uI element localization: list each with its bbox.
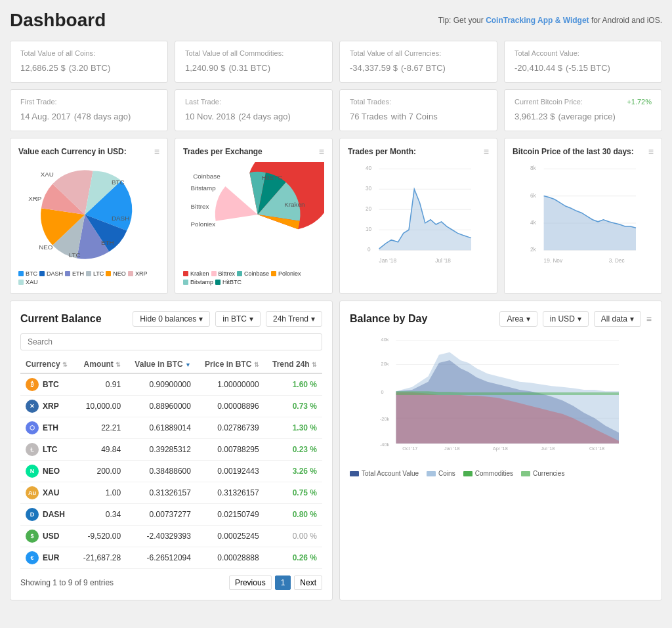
svg-text:BTC: BTC — [112, 178, 125, 186]
pagination: Previous 1 Next — [229, 576, 322, 590]
price-btc-cell: 0.00788295 — [196, 439, 264, 461]
currency-dropdown[interactable]: in BTC ▾ — [215, 311, 261, 327]
svg-text:4k: 4k — [530, 220, 537, 226]
amount-cell: 49.84 — [75, 439, 126, 461]
usd-dropdown[interactable]: in USD ▾ — [543, 311, 589, 327]
chart-menu-icon-2[interactable]: ≡ — [319, 146, 324, 157]
coin-icon: ⬡ — [26, 421, 39, 434]
stat-card-total-trades: Total Trades: 76 Trades with 7 Coins — [339, 89, 497, 131]
currency-cell: € EUR — [20, 547, 75, 569]
chart-menu-icon-4[interactable]: ≡ — [648, 146, 654, 157]
pie-chart-2: Coinbase Bitstamp Bittrex Poloniex Krake… — [183, 162, 324, 267]
balance-chart-menu-icon[interactable]: ≡ — [646, 314, 652, 324]
alldata-dropdown[interactable]: All data ▾ — [594, 311, 641, 327]
svg-text:30: 30 — [366, 186, 372, 192]
current-balance-card: Current Balance Hide 0 balances ▾ in BTC… — [10, 301, 333, 600]
stats-row-1: Total Value of all Coins: 12,686.25 $ (3… — [10, 41, 662, 83]
stat-card-first-trade: First Trade: 14 Aug. 2017 (478 days ago) — [10, 89, 168, 131]
chart-value-currency: Value each Currency in USD: ≡ — [10, 138, 168, 294]
trend-dropdown[interactable]: 24h Trend ▾ — [266, 311, 322, 327]
svg-text:XAU: XAU — [41, 171, 54, 178]
bottom-grid: Current Balance Hide 0 balances ▾ in BTC… — [10, 301, 662, 600]
pie-chart-1: BTC DASH ETH LTC NEO XRP XAU — [18, 162, 159, 267]
price-btc-cell: 0.02786739 — [196, 417, 264, 439]
svg-text:0: 0 — [381, 389, 384, 395]
chart-menu-icon-3[interactable]: ≡ — [484, 146, 489, 157]
currency-cell: ₿ BTC — [20, 373, 75, 396]
svg-text:2k: 2k — [530, 247, 537, 253]
svg-text:Coinbase: Coinbase — [193, 173, 220, 180]
value-btc-cell: 0.61889014 — [126, 417, 196, 439]
prev-button[interactable]: Previous — [229, 576, 272, 590]
price-btc-cell: 0.00008896 — [196, 396, 264, 417]
svg-text:-20k: -20k — [380, 416, 390, 422]
coin-symbol: DASH — [43, 510, 65, 519]
value-btc-cell: 0.39285312 — [126, 439, 196, 461]
area-dropdown[interactable]: Area ▾ — [499, 311, 537, 327]
currency-cell: $ USD — [20, 526, 75, 547]
trend-cell: 1.30 % — [264, 417, 322, 439]
showing-entries: Showing 1 to 9 of 9 entries — [20, 578, 114, 587]
table-row: N NEO 200.00 0.38488600 0.00192443 3.26 … — [20, 461, 322, 482]
coin-symbol: BTC — [43, 380, 59, 389]
col-price-btc[interactable]: Price in BTC ⇅ — [196, 356, 264, 373]
coin-icon: Au — [26, 486, 39, 499]
coin-icon: € — [26, 551, 39, 564]
btc-price-chart: 8k 6k 4k 2k 19. Nov 3. Dec — [513, 162, 654, 267]
table-row: € EUR -21,687.28 -6.26512094 0.00028888 … — [20, 547, 322, 569]
balance-by-day-title: Balance by Day — [350, 313, 427, 325]
chart-btc-price: Bitcoin Price of the last 30 days: ≡ 8k … — [504, 138, 662, 294]
coin-icon: $ — [26, 530, 39, 543]
page-1-button[interactable]: 1 — [275, 576, 291, 590]
amount-cell: 22.21 — [75, 417, 126, 439]
svg-text:Jul '18: Jul '18 — [541, 446, 555, 451]
amount-cell: 0.34 — [75, 504, 126, 526]
chart-menu-icon[interactable]: ≡ — [154, 146, 159, 157]
stat-card-commodities: Total Value of all Commodities: 1,240.90… — [175, 41, 333, 83]
svg-text:ETH: ETH — [101, 239, 114, 246]
cointracking-link[interactable]: CoinTracking App & Widget — [486, 16, 589, 25]
hide-zero-dropdown[interactable]: Hide 0 balances ▾ — [133, 311, 210, 327]
trend-cell: 0.80 % — [264, 504, 322, 526]
svg-text:Oct '18: Oct '18 — [589, 446, 604, 451]
svg-text:Poloniex: Poloniex — [191, 220, 216, 228]
col-value-btc[interactable]: Value in BTC ▼ — [126, 356, 196, 373]
value-btc-cell: -2.40329393 — [126, 526, 196, 547]
header: Dashboard Tip: Get your CoinTracking App… — [10, 10, 662, 31]
svg-text:10: 10 — [366, 226, 372, 232]
amount-cell: 0.91 — [75, 373, 126, 396]
svg-text:Jan '18: Jan '18 — [379, 258, 397, 264]
amount-cell: -21,687.28 — [75, 547, 126, 569]
search-input[interactable] — [20, 333, 322, 350]
price-btc-cell: 0.00192443 — [196, 461, 264, 482]
balance-by-day-card: Balance by Day Area ▾ in USD ▾ All data … — [339, 301, 662, 600]
value-btc-cell: 0.88960000 — [126, 396, 196, 417]
coin-symbol: XRP — [43, 402, 59, 411]
price-btc-cell: 1.00000000 — [196, 373, 264, 396]
amount-cell: -9,520.00 — [75, 526, 126, 547]
table-row: ₿ BTC 0.91 0.90900000 1.00000000 1.60 % — [20, 373, 322, 396]
svg-text:Jul '18: Jul '18 — [435, 258, 451, 264]
currency-cell: ⬡ ETH — [20, 417, 75, 439]
coin-icon: ₿ — [26, 378, 39, 391]
stat-card-last-trade: Last Trade: 10 Nov. 2018 (24 days ago) — [175, 89, 333, 131]
balance-by-day-header: Balance by Day Area ▾ in USD ▾ All data … — [350, 311, 652, 327]
table-footer: Showing 1 to 9 of 9 entries Previous 1 N… — [20, 576, 322, 590]
coin-symbol: XAU — [43, 488, 59, 497]
line-chart-1: 40 30 20 10 0 Jan '18 — [348, 162, 489, 267]
next-button[interactable]: Next — [294, 576, 322, 590]
coin-symbol: NEO — [43, 467, 60, 476]
svg-text:Jan '18: Jan '18 — [444, 446, 460, 451]
table-row: ✕ XRP 10,000.00 0.88960000 0.00008896 0.… — [20, 396, 322, 417]
col-trend[interactable]: Trend 24h ⇅ — [264, 356, 322, 373]
value-btc-cell: 0.38488600 — [126, 461, 196, 482]
svg-text:NEO: NEO — [39, 243, 53, 251]
col-amount[interactable]: Amount ⇅ — [75, 356, 126, 373]
amount-cell: 1.00 — [75, 482, 126, 504]
svg-text:LTC: LTC — [69, 251, 81, 259]
coin-icon: Ł — [26, 443, 39, 456]
page-title: Dashboard — [10, 10, 106, 31]
svg-text:-40k: -40k — [380, 442, 390, 448]
price-btc-cell: 0.31326157 — [196, 482, 264, 504]
col-currency[interactable]: Currency ⇅ — [20, 356, 75, 373]
